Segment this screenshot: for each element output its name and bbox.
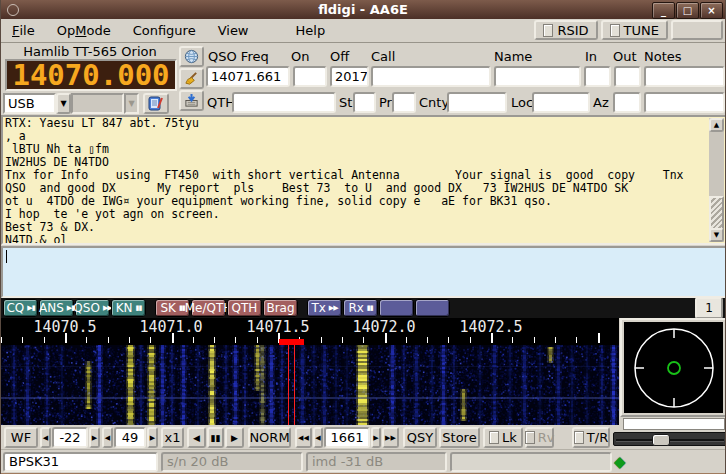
rx-scrollbar[interactable]: ▲ ▼: [709, 118, 724, 242]
carrier-up-icon[interactable]: ▶: [371, 427, 381, 448]
tx-text-pane[interactable]: [1, 246, 726, 298]
logbook-button[interactable]: [143, 93, 169, 114]
frequency-display[interactable]: 14070.000: [5, 59, 177, 91]
gain-up-icon[interactable]: ▶: [89, 427, 100, 448]
qso-area: Hamlib TT-565 Orion 14070.000 USB ▼ ▼: [1, 42, 726, 115]
save-log-button[interactable]: [179, 90, 204, 111]
macro-button-rx[interactable]: Rx▮▮: [343, 299, 378, 317]
call-field[interactable]: [371, 66, 491, 87]
spot-button[interactable]: [671, 20, 723, 40]
range-down-icon[interactable]: ◀: [102, 427, 113, 448]
rsid-label: RSID: [557, 23, 588, 38]
macro-button-kn[interactable]: KN▮▮: [111, 299, 146, 317]
mode-select[interactable]: USB: [3, 93, 56, 114]
rx-line: lBTU Nh ta ▯fm: [5, 143, 707, 156]
macro-button-blank-11[interactable]: [415, 299, 450, 317]
notes2-field[interactable]: [644, 92, 725, 113]
macro-button-cq[interactable]: CQ▶▮: [3, 299, 38, 317]
tuning-indicator-frame: [620, 318, 726, 417]
menu-file[interactable]: File: [1, 19, 46, 41]
scroll-down-icon[interactable]: ▼: [709, 228, 724, 242]
minor-tick: [512, 337, 513, 343]
minor-tick: [470, 337, 471, 343]
txrx-button[interactable]: T/R: [572, 427, 610, 448]
rst-in-field[interactable]: [584, 66, 611, 87]
minor-tick: [108, 337, 109, 343]
rx-scrollbar-thumb[interactable]: [709, 196, 724, 232]
call-label: Call: [371, 49, 395, 64]
carrier-frequency[interactable]: 1661: [324, 427, 370, 448]
minor-tick: [235, 337, 236, 343]
rx-line: , a: [5, 130, 707, 143]
norm-button[interactable]: NORM: [248, 427, 291, 448]
carrier-up-fast-icon[interactable]: ▶▶: [382, 427, 399, 448]
loc-field[interactable]: [532, 92, 590, 113]
in-label: In: [585, 49, 597, 64]
st-label: St: [339, 95, 352, 110]
macro-button-qso[interactable]: QSO▶▶: [75, 299, 110, 317]
carrier-down-fast-icon[interactable]: ◀◀: [295, 427, 312, 448]
menu-configure[interactable]: Configure: [122, 19, 207, 41]
menu-bar: FileOp ModeConfigureViewHelp RSID TUNE: [1, 19, 725, 43]
macro-page-button[interactable]: 1: [695, 297, 723, 319]
mode-status[interactable]: BPSK31: [3, 452, 158, 472]
rst-out-field[interactable]: [614, 66, 641, 87]
notes-field[interactable]: [644, 66, 725, 87]
bandwidth-select-arrow-icon: ▼: [124, 93, 139, 114]
macro-button-tx[interactable]: Tx▶▶: [307, 299, 342, 317]
tune-button[interactable]: TUNE: [601, 20, 668, 40]
macro-button-ans[interactable]: ANS▶▮: [39, 299, 74, 317]
maximize-button[interactable]: □: [676, 2, 699, 19]
reverse-indicator-icon: [525, 431, 535, 444]
macro-button-me-qth[interactable]: Me/QTH: [191, 299, 226, 317]
carrier-down-icon[interactable]: ◀: [313, 427, 323, 448]
range-value[interactable]: 49: [114, 427, 146, 448]
az-field[interactable]: [613, 92, 641, 113]
minimize-button[interactable]: _: [652, 2, 675, 19]
scroll-right-icon[interactable]: ▶: [225, 427, 244, 448]
close-button[interactable]: ×: [700, 2, 723, 19]
bandwidth-select[interactable]: [71, 93, 124, 114]
macro-bar: CQ▶▮ANS▶▮QSO▶▶KN▮▮SK▮▮Me/QTHQTHBragTx▶▶R…: [1, 298, 726, 318]
qso-freq-field[interactable]: 14071.661: [206, 66, 290, 87]
scroll-left-icon[interactable]: ◀: [187, 427, 206, 448]
qth-field[interactable]: [232, 92, 336, 113]
rx-activity-diamond-icon: ◆: [614, 452, 626, 472]
cnty-field[interactable]: [447, 92, 507, 113]
rx-line: N4TD.& ol: [5, 234, 707, 245]
lock-label: Lk: [502, 430, 517, 445]
clear-fields-button[interactable]: [179, 68, 204, 89]
gain-down-icon[interactable]: ◀: [40, 427, 51, 448]
wf-mode-button[interactable]: WF: [4, 427, 38, 448]
zoom-button[interactable]: x1: [161, 427, 184, 448]
waterfall-display[interactable]: [1, 345, 619, 425]
st-field[interactable]: [353, 92, 376, 113]
pause-icon[interactable]: ▮▮: [207, 427, 224, 448]
macro-button-qth[interactable]: QTH: [227, 299, 262, 317]
lock-button[interactable]: Lk: [483, 427, 523, 448]
rx-text-pane[interactable]: RTX: Yaesu LT 847 abt. 75tyu, a lBTU Nh …: [1, 115, 726, 245]
rsid-button[interactable]: RSID: [534, 20, 597, 40]
scroll-up-icon[interactable]: ▲: [709, 118, 724, 132]
time-on-field[interactable]: [293, 66, 327, 87]
macro-symbol-icon: ▶▮: [27, 304, 34, 312]
menu-view[interactable]: View: [207, 19, 260, 41]
menu-help[interactable]: Help: [285, 19, 337, 41]
qsy-button[interactable]: QSY: [403, 427, 437, 448]
pr-label: Pr: [379, 95, 392, 110]
time-off-field[interactable]: 2017: [330, 66, 369, 87]
store-button[interactable]: Store: [439, 427, 480, 448]
title-bar[interactable]: fldigi - AA6E _ □ ×: [1, 0, 725, 19]
qrz-lookup-button[interactable]: [179, 46, 204, 67]
range-up-icon[interactable]: ▶: [147, 427, 158, 448]
macro-button-brag[interactable]: Brag: [263, 299, 298, 317]
pr-field[interactable]: [392, 92, 416, 113]
menu-op-mode[interactable]: Op Mode: [46, 19, 122, 41]
tune-label: TUNE: [624, 23, 659, 38]
gain-value[interactable]: -22: [52, 427, 88, 448]
reverse-button: Rv: [525, 427, 554, 448]
mode-select-arrow-icon[interactable]: ▼: [56, 93, 71, 114]
name-field[interactable]: [494, 66, 581, 87]
major-tick: [491, 333, 493, 343]
macro-button-blank-10[interactable]: [379, 299, 414, 317]
